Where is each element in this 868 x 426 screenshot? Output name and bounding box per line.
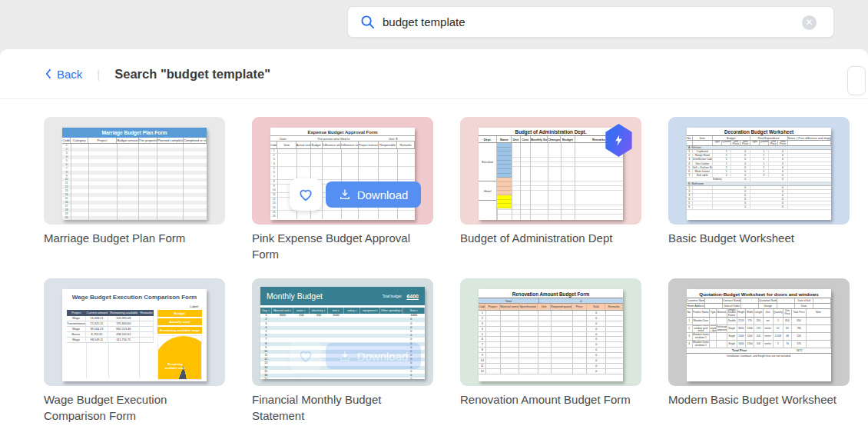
template-thumbnail[interactable]: Renovation Amount Budget Form Total0 Cod… bbox=[460, 278, 641, 386]
template-card[interactable]: Wage Budget Execution Comparison Form La… bbox=[44, 278, 225, 426]
sheet-cell: Changes bbox=[548, 136, 561, 142]
sheet-note: Installation, hardware, and freight fees… bbox=[687, 354, 831, 358]
sheet-cell: Remarks bbox=[605, 304, 623, 310]
sheet-cell: Code bbox=[479, 304, 485, 310]
pie-chart: Remaining available wage bbox=[157, 335, 202, 380]
sheet-cell: Width bbox=[746, 309, 754, 317]
sheet-cell: The proportion bbox=[139, 138, 157, 143]
colored-cell bbox=[497, 204, 512, 208]
sheet-row: 90 bbox=[479, 353, 623, 358]
template-title: Budget of Administration Dept bbox=[460, 230, 641, 246]
sheet-cell: Date bbox=[795, 304, 813, 309]
sheet-cell: Current amount bbox=[86, 310, 108, 316]
results-panel: Back | Search "budget template" Marriage… bbox=[0, 49, 868, 426]
search-bar[interactable]: ✕ bbox=[347, 6, 834, 38]
sheet-body: ExcutiveHotel bbox=[479, 143, 623, 220]
sheet-cell: No. bbox=[687, 309, 693, 317]
template-thumbnail[interactable]: Monthly Budget Total budget:6400 Day▾Mat… bbox=[252, 278, 433, 386]
scrollbar-thumb[interactable] bbox=[847, 66, 866, 95]
sheet-cell: Length bbox=[754, 309, 763, 317]
page-title: Search "budget template" bbox=[114, 67, 270, 82]
download-button[interactable]: Download bbox=[326, 181, 421, 208]
sheet-row: 2Wooden frame window yard metalLocal woo… bbox=[687, 325, 831, 333]
download-icon bbox=[339, 350, 351, 362]
template-thumbnail[interactable]: Wage Budget Execution Comparison Form La… bbox=[44, 278, 225, 386]
sheet-cell: Design bbox=[759, 304, 777, 309]
search-input[interactable] bbox=[383, 15, 833, 28]
sheet-title: Wage Budget Execution Comparison Form bbox=[67, 292, 202, 305]
sheet-cell: Date of Order bbox=[723, 304, 741, 309]
legend-item: Budget bbox=[157, 310, 202, 317]
template-title: Basic Budget Worksheet bbox=[668, 230, 850, 246]
sheet-cell: Note bbox=[807, 309, 831, 317]
template-thumbnail[interactable]: Budget of Administration Dept. Dept.Name… bbox=[460, 117, 641, 225]
sheet-title: Budget of Administration Dept. bbox=[479, 128, 623, 136]
template-title: Marriage Budget Plan Form bbox=[44, 230, 225, 246]
template-card[interactable]: Decoration Budget Worksheet No. Item Bud… bbox=[668, 117, 850, 278]
lightning-icon bbox=[612, 133, 625, 148]
sheet-cell bbox=[741, 304, 759, 309]
header-separator: | bbox=[97, 68, 100, 81]
back-button[interactable]: Back bbox=[45, 68, 82, 81]
sheet-body: 1234567891011121314151617181920 bbox=[62, 144, 207, 220]
template-thumbnail[interactable]: Quotation-Budget Worksheet for doors and… bbox=[668, 278, 850, 386]
sheet-cell: Remaining available wage bbox=[108, 310, 140, 316]
sheet-title: Decoration Budget Worksheet bbox=[687, 128, 831, 136]
sheet-row: 30 bbox=[479, 321, 623, 327]
template-thumbnail[interactable]: Decoration Budget Worksheet No. Item Bud… bbox=[668, 117, 850, 225]
sheet-cell: Monthly Sum bbox=[531, 136, 548, 142]
sheet-table: ProjectCurrent amountRemaining available… bbox=[67, 310, 154, 380]
sheet-cell: Category bbox=[71, 138, 88, 143]
sheet-cell: Height bbox=[737, 309, 746, 317]
chart-label: Label: bbox=[67, 305, 202, 310]
template-thumbnail[interactable]: Expense Budget Approval Form Date: The p… bbox=[252, 117, 433, 225]
sheet-title: Renovation Amount Budget Form bbox=[479, 289, 623, 298]
template-card[interactable]: Budget of Administration Dept. Dept.Name… bbox=[460, 117, 641, 278]
template-title: Financial Monthly Budget Statement bbox=[252, 391, 433, 424]
template-card[interactable]: Quotation-Budget Worksheet for doors and… bbox=[668, 278, 850, 426]
sheet-row: 1Wooden Door Double2120 770250set 165065… bbox=[687, 318, 831, 325]
legend-item: Actually used bbox=[157, 318, 202, 325]
template-card[interactable]: Marriage Budget Plan Form CodeCategoryPr… bbox=[44, 117, 225, 278]
sheet-row: Wage98,549.11411,750.75 bbox=[67, 338, 154, 343]
sheet-cell: Material name bbox=[500, 304, 518, 310]
sheet-title: Marriage Budget Plan Form bbox=[62, 128, 207, 138]
sheet-cell: Dept. bbox=[479, 136, 497, 142]
sheet-cell: Customer Name bbox=[687, 298, 705, 304]
template-title: Pink Expense Budget Approval Form bbox=[252, 230, 433, 262]
chevron-left-icon bbox=[45, 68, 51, 79]
favorite-button[interactable] bbox=[290, 340, 322, 372]
sheet-row: 100 bbox=[479, 358, 623, 364]
sheet-header-row: No.Product NameTypeMaterialSingle/ Doubl… bbox=[687, 309, 831, 318]
hover-overlay-faded: Download bbox=[252, 278, 433, 386]
sheet-cell: Planned completion time bbox=[157, 138, 184, 143]
template-thumbnail[interactable]: Marriage Budget Plan Form CodeCategoryPr… bbox=[44, 117, 225, 225]
sheet-row: 4Wooden frame windows 2 Single1600 15001… bbox=[687, 341, 831, 348]
sheet-cell: Product Name bbox=[693, 309, 711, 317]
template-title: Renovation Amount Budget Form bbox=[460, 391, 641, 408]
sheet-row: Transmittance21,325.11195,660.60 bbox=[67, 321, 154, 327]
clear-search-icon[interactable]: ✕ bbox=[802, 15, 817, 30]
template-card[interactable]: Monthly Budget Total budget:6400 Day▾Mat… bbox=[252, 278, 433, 426]
sheet-cell: Project bbox=[67, 310, 86, 316]
template-card[interactable]: Expense Budget Approval Form Date: The p… bbox=[252, 117, 433, 278]
results-header: Back | Search "budget template" bbox=[0, 49, 868, 99]
download-button[interactable]: Download bbox=[326, 343, 421, 369]
sheet-cell: Unit bbox=[538, 304, 551, 310]
sheet-cell: Unit Price bbox=[784, 309, 792, 317]
sheet-row: 50 bbox=[479, 332, 623, 338]
template-card[interactable]: Renovation Amount Budget Form Total0 Cod… bbox=[460, 278, 641, 426]
sheet-cell: Single/ Double Frame bbox=[727, 309, 737, 317]
sheet-cell: Total Price bbox=[792, 309, 807, 317]
sheet-row: 3Wooden frame windows 1 Single1300 11001… bbox=[687, 333, 831, 341]
sheet-header-row: Dept.NameUnitCostMonthly SumChangesBudge… bbox=[479, 136, 623, 143]
top-bar: ✕ bbox=[0, 0, 868, 49]
chart-panel: BudgetActually usedRemaining available w… bbox=[157, 310, 202, 380]
favorite-button[interactable] bbox=[290, 178, 322, 211]
sheet-row: Wage39,544.23862,153.46 bbox=[67, 327, 154, 332]
sheet-row: 10 bbox=[479, 311, 623, 316]
sheet-cell: Completed or not bbox=[184, 138, 207, 143]
sheet-cell: Required quantity bbox=[551, 304, 572, 310]
back-label: Back bbox=[57, 68, 82, 81]
sheet-cell bbox=[741, 298, 759, 304]
